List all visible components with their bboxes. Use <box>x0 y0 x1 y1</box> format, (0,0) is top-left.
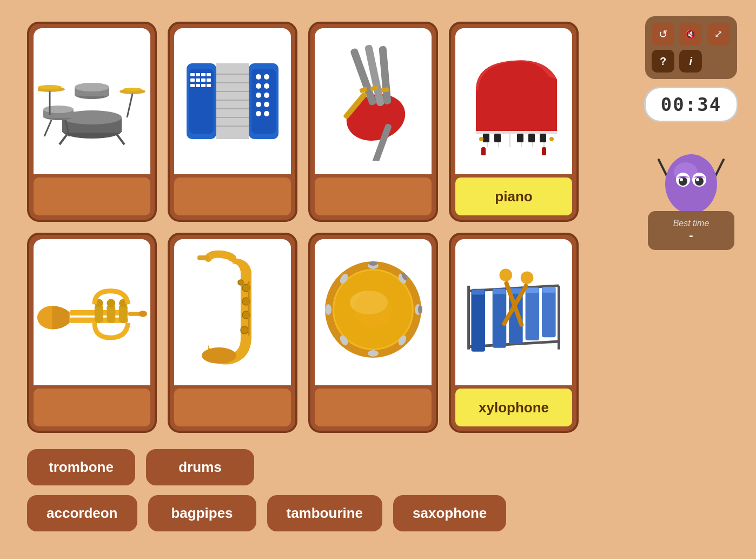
word-buttons-area: trombone drums accordeon bagpipes tambou… <box>27 444 552 537</box>
svg-rect-125 <box>493 289 506 294</box>
piano-image <box>455 28 572 174</box>
svg-point-141 <box>696 178 699 181</box>
mascot-svg <box>656 135 726 216</box>
svg-point-90 <box>202 347 236 364</box>
mute-button[interactable]: 🔇 <box>679 23 702 45</box>
svg-point-37 <box>256 83 261 89</box>
card-accordion[interactable] <box>168 22 297 222</box>
svg-rect-61 <box>381 87 389 92</box>
svg-rect-74 <box>540 134 546 142</box>
card-bagpipes[interactable] <box>308 22 438 222</box>
card-trumpet[interactable] <box>27 233 157 433</box>
reset-button[interactable]: ↺ <box>652 23 674 45</box>
xylophone-image <box>455 239 572 385</box>
card-saxophone[interactable] <box>168 233 297 433</box>
svg-rect-24 <box>207 73 211 76</box>
word-btn-bagpipes[interactable]: bagpipes <box>148 495 256 531</box>
expand-icon: ⤢ <box>714 28 722 40</box>
drums-svg <box>38 52 146 150</box>
help-button[interactable]: ? <box>652 50 674 73</box>
piano-svg <box>460 47 568 155</box>
svg-rect-126 <box>471 289 485 352</box>
card-saxophone-label <box>174 389 291 426</box>
svg-point-42 <box>264 102 269 107</box>
svg-point-103 <box>369 261 377 266</box>
tambourine-svg <box>319 258 427 366</box>
card-drums[interactable] <box>27 22 157 222</box>
svg-rect-31 <box>201 84 205 87</box>
svg-point-12 <box>123 88 142 91</box>
svg-point-35 <box>256 74 261 80</box>
trumpet-image <box>34 239 150 385</box>
bagpipes-svg <box>319 42 427 161</box>
svg-rect-96 <box>197 255 209 260</box>
svg-rect-73 <box>528 134 535 142</box>
svg-line-13 <box>127 94 132 117</box>
word-btn-saxophone[interactable]: saxophone <box>393 495 506 531</box>
svg-point-38 <box>264 83 269 89</box>
svg-rect-27 <box>201 78 205 82</box>
control-buttons: ↺ 🔇 ⤢ ? i <box>645 16 737 79</box>
svg-point-130 <box>499 268 512 281</box>
svg-rect-22 <box>196 73 200 76</box>
svg-rect-71 <box>494 134 501 142</box>
trumpet-svg <box>34 264 150 361</box>
timer-value: 00:34 <box>661 94 721 115</box>
svg-point-95 <box>238 280 243 285</box>
svg-rect-121 <box>526 288 539 293</box>
svg-rect-124 <box>493 288 507 348</box>
svg-point-16 <box>75 83 109 91</box>
svg-point-7 <box>43 106 74 113</box>
main-area: piano <box>0 0 573 553</box>
svg-rect-119 <box>542 287 555 293</box>
expand-button[interactable]: ⤢ <box>707 23 730 45</box>
word-btn-accordeon[interactable]: accordeon <box>27 495 137 531</box>
svg-rect-34 <box>251 69 276 134</box>
svg-rect-75 <box>481 147 486 155</box>
accordion-image <box>174 28 291 174</box>
svg-rect-76 <box>542 147 546 155</box>
best-time-area: Best time - <box>648 211 734 250</box>
card-trumpet-label <box>34 389 150 426</box>
svg-rect-70 <box>483 134 489 142</box>
svg-rect-29 <box>190 84 195 87</box>
word-row-1: trombone drums <box>27 449 552 485</box>
svg-point-111 <box>325 304 331 315</box>
svg-rect-120 <box>526 287 540 340</box>
svg-point-107 <box>418 305 422 314</box>
svg-rect-28 <box>207 78 211 82</box>
svg-line-3 <box>59 134 68 144</box>
best-time-label: Best time <box>663 219 719 228</box>
cards-grid: piano <box>27 22 552 433</box>
reset-icon: ↺ <box>659 28 668 41</box>
svg-point-89 <box>138 311 147 317</box>
svg-point-36 <box>264 74 269 80</box>
word-btn-tambourine[interactable]: tambourine <box>267 495 383 531</box>
svg-line-17 <box>44 120 51 136</box>
info-button[interactable]: i <box>679 50 702 73</box>
card-xylophone[interactable]: xylophone <box>449 233 579 433</box>
card-tambourine[interactable] <box>308 233 438 433</box>
svg-point-113 <box>354 291 392 328</box>
tambourine-image <box>315 239 432 385</box>
word-btn-trombone[interactable]: trombone <box>27 449 135 485</box>
svg-rect-72 <box>517 134 523 142</box>
svg-point-94 <box>241 326 248 334</box>
card-piano[interactable]: piano <box>449 22 579 222</box>
svg-rect-21 <box>190 73 195 76</box>
saxophone-image <box>174 239 291 385</box>
saxophone-svg <box>178 250 287 374</box>
svg-point-140 <box>680 178 683 181</box>
timer-display: 00:34 <box>644 87 738 122</box>
card-piano-label: piano <box>455 177 572 215</box>
word-btn-drums[interactable]: drums <box>146 449 254 485</box>
svg-point-40 <box>264 93 269 98</box>
help-icon: ? <box>660 55 666 68</box>
svg-rect-26 <box>196 78 200 82</box>
svg-point-9 <box>38 85 62 89</box>
svg-point-41 <box>256 102 261 107</box>
svg-line-4 <box>116 134 124 144</box>
card-tambourine-label <box>315 389 432 426</box>
svg-rect-127 <box>472 290 485 295</box>
svg-line-133 <box>715 160 724 176</box>
